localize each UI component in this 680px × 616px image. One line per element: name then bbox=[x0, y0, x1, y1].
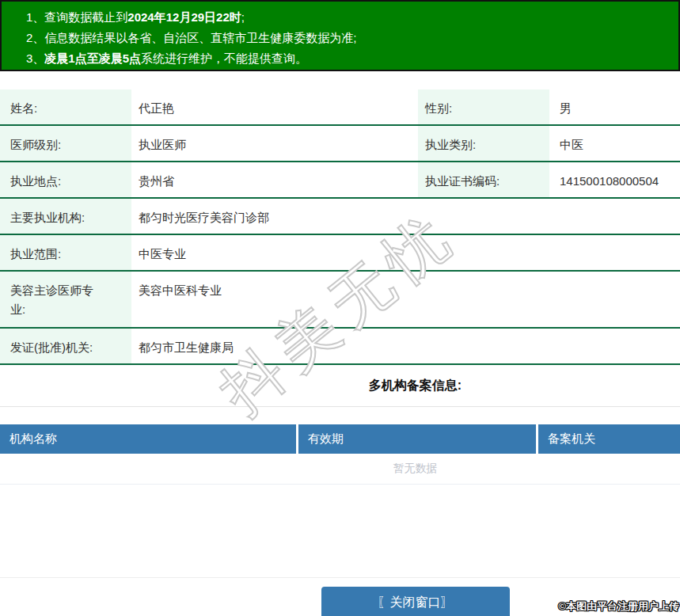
filing-section-title: 多机构备案信息: bbox=[150, 365, 680, 406]
table-row: 执业范围: 中医专业 bbox=[0, 235, 680, 272]
field-label: 医师级别: bbox=[10, 138, 61, 151]
copyright-notice: ©本图由平台注册用户上传 bbox=[558, 599, 679, 614]
practitioner-info-table: 姓名: 代正艳 性别: 男 医师级别: 执业医师 执业类别: 中医 执业地点: … bbox=[0, 89, 680, 365]
practice-category-value: 中医 bbox=[549, 126, 680, 161]
section-divider bbox=[0, 406, 680, 407]
table-row: 发证(批准)机关: 都匀市卫生健康局 bbox=[0, 329, 680, 365]
field-value: 代正艳 bbox=[139, 101, 174, 115]
gender-value: 男 bbox=[549, 89, 680, 124]
filing-table-header: 机构名称 有效期 备案机关 bbox=[0, 424, 680, 454]
spacer bbox=[0, 485, 680, 577]
issuing-authority-value: 都匀市卫生健康局 bbox=[131, 329, 680, 363]
field-label: 执业范围: bbox=[10, 247, 61, 260]
field-value: 都匀市卫生健康局 bbox=[139, 340, 234, 354]
footer-divider bbox=[0, 577, 680, 578]
column-header-filing-authority: 备案机关 bbox=[538, 424, 680, 454]
column-header-validity-period: 有效期 bbox=[298, 424, 536, 454]
notice-num: 1、 bbox=[26, 10, 44, 24]
notice-line-3: 3、凌晨1点至凌晨5点系统进行维护，不能提供查询。 bbox=[26, 48, 671, 69]
column-header-institution-name: 机构名称 bbox=[0, 424, 296, 454]
main-institution-value: 都匀时光医疗美容门诊部 bbox=[131, 199, 680, 234]
beauty-specialty-label: 美容主诊医师专业: bbox=[0, 272, 131, 327]
table-row: 医师级别: 执业医师 执业类别: 中医 bbox=[0, 126, 680, 162]
empty-data-text: 暂无数据 bbox=[393, 462, 438, 476]
issuing-authority-label: 发证(批准)机关: bbox=[0, 329, 131, 363]
notice-box: 1、查询数据截止到2024年12月29日22时; 2、信息数据结果以各省、自治区… bbox=[0, 0, 680, 71]
table-row: 姓名: 代正艳 性别: 男 bbox=[0, 89, 680, 126]
field-label: 性别: bbox=[425, 101, 452, 115]
field-value: 141500108000504 bbox=[560, 174, 659, 188]
field-label: 执业证书编码: bbox=[425, 174, 500, 188]
field-value: 都匀时光医疗美容门诊部 bbox=[139, 211, 269, 224]
name-label: 姓名: bbox=[0, 89, 131, 124]
field-value: 美容中医科专业 bbox=[139, 283, 222, 297]
notice-line-1: 1、查询数据截止到2024年12月29日22时; bbox=[26, 7, 671, 28]
close-window-button[interactable]: 〖关闭窗口〗 bbox=[321, 587, 510, 616]
field-label: 姓名: bbox=[10, 101, 37, 115]
table-row: 主要执业机构: 都匀时光医疗美容门诊部 bbox=[0, 199, 680, 235]
name-value: 代正艳 bbox=[131, 89, 418, 124]
notice-num: 2、 bbox=[26, 31, 44, 44]
doctor-level-value: 执业医师 bbox=[131, 126, 418, 161]
gender-label: 性别: bbox=[418, 89, 549, 124]
table-row: 美容主诊医师专业: 美容中医科专业 bbox=[0, 272, 680, 329]
certificate-number-label: 执业证书编码: bbox=[418, 162, 549, 197]
table-row: 执业地点: 贵州省 执业证书编码: 141500108000504 bbox=[0, 162, 680, 199]
license-query-result-page: { "notice_box": { "items": [ {"num": "1、… bbox=[0, 0, 680, 616]
notice-bold-text: 凌晨1点至凌晨5点 bbox=[44, 51, 141, 65]
field-label: 美容主诊医师专业: bbox=[10, 281, 99, 319]
field-label: 主要执业机构: bbox=[10, 211, 85, 224]
field-label: 执业类别: bbox=[425, 138, 476, 151]
practice-category-label: 执业类别: bbox=[418, 126, 549, 161]
practice-scope-value: 中医专业 bbox=[131, 235, 680, 270]
beauty-specialty-value: 美容中医科专业 bbox=[131, 272, 680, 327]
field-label: 执业地点: bbox=[10, 174, 61, 188]
field-value: 中医 bbox=[560, 138, 583, 151]
practice-scope-label: 执业范围: bbox=[0, 235, 131, 270]
main-institution-label: 主要执业机构: bbox=[0, 199, 131, 234]
field-label: 发证(批准)机关: bbox=[10, 340, 93, 354]
field-value: 贵州省 bbox=[139, 174, 174, 188]
doctor-level-label: 医师级别: bbox=[0, 126, 131, 161]
notice-bold-text: 2024年12月29日22时 bbox=[127, 10, 241, 24]
certificate-number-value: 141500108000504 bbox=[549, 162, 680, 197]
notice-num: 3、 bbox=[26, 51, 44, 65]
notice-text: 查询数据截止到 bbox=[44, 10, 127, 24]
notice-line-2: 2、信息数据结果以各省、自治区、直辖市卫生健康委数据为准; bbox=[26, 28, 671, 48]
notice-text: 信息数据结果以各省、自治区、直辖市卫生健康委数据为准; bbox=[44, 31, 356, 44]
practice-location-label: 执业地点: bbox=[0, 162, 131, 197]
practice-location-value: 贵州省 bbox=[131, 162, 418, 197]
field-value: 执业医师 bbox=[139, 138, 186, 151]
notice-text: ; bbox=[241, 10, 245, 24]
filing-table-empty-row: 暂无数据 bbox=[0, 454, 680, 485]
field-value: 男 bbox=[560, 101, 572, 115]
field-value: 中医专业 bbox=[139, 247, 186, 260]
notice-text: 系统进行维护，不能提供查询。 bbox=[141, 51, 307, 65]
